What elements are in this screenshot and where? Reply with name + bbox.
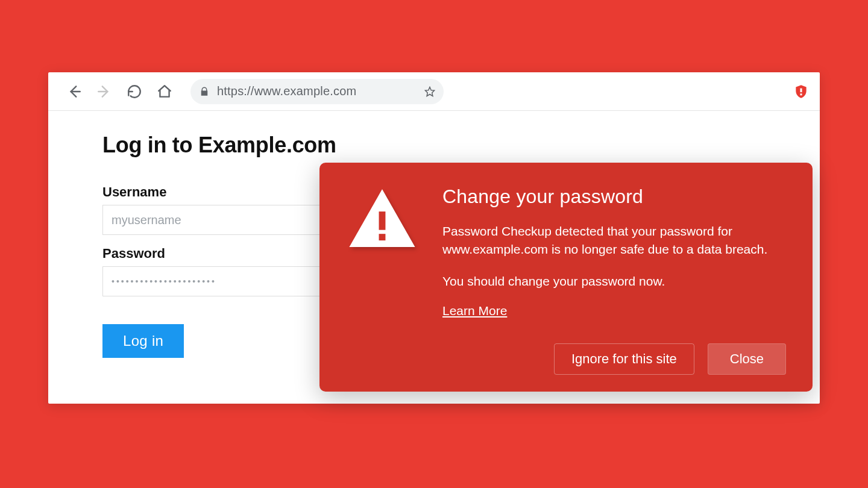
- alert-body: Change your password Password Checkup de…: [346, 186, 786, 318]
- forward-icon[interactable]: [96, 84, 112, 99]
- login-button[interactable]: Log in: [102, 324, 184, 358]
- alert-message-1: Password Checkup detected that your pass…: [442, 222, 786, 259]
- browser-toolbar: https://www.example.com: [48, 72, 820, 111]
- warning-triangle-icon: [346, 186, 418, 318]
- close-button[interactable]: Close: [708, 343, 786, 375]
- password-checkup-extension-icon[interactable]: [793, 84, 809, 99]
- password-alert-dialog: Change your password Password Checkup de…: [319, 163, 813, 392]
- lock-icon: [199, 86, 210, 97]
- page-title: Log in to Example.com: [102, 133, 766, 158]
- username-input[interactable]: myusername: [102, 205, 356, 235]
- password-value: ••••••••••••••••••••••: [112, 277, 216, 286]
- back-icon[interactable]: [66, 84, 82, 99]
- home-icon[interactable]: [157, 84, 172, 99]
- star-icon[interactable]: [424, 86, 435, 97]
- reload-icon[interactable]: [127, 84, 142, 99]
- svg-rect-4: [800, 93, 802, 95]
- alert-title: Change your password: [442, 186, 786, 208]
- url-text: https://www.example.com: [217, 84, 417, 98]
- ignore-button[interactable]: Ignore for this site: [554, 343, 694, 375]
- alert-text: Change your password Password Checkup de…: [442, 186, 786, 318]
- learn-more-link[interactable]: Learn More: [442, 304, 507, 318]
- password-input[interactable]: ••••••••••••••••••••••: [102, 266, 356, 296]
- svg-marker-2: [426, 87, 435, 96]
- alert-actions: Ignore for this site Close: [346, 343, 786, 375]
- address-bar[interactable]: https://www.example.com: [190, 79, 444, 104]
- username-value: myusername: [112, 213, 181, 227]
- svg-rect-7: [379, 234, 386, 240]
- svg-rect-3: [800, 88, 802, 92]
- svg-rect-6: [379, 211, 386, 230]
- alert-message-2: You should change your password now.: [442, 272, 786, 290]
